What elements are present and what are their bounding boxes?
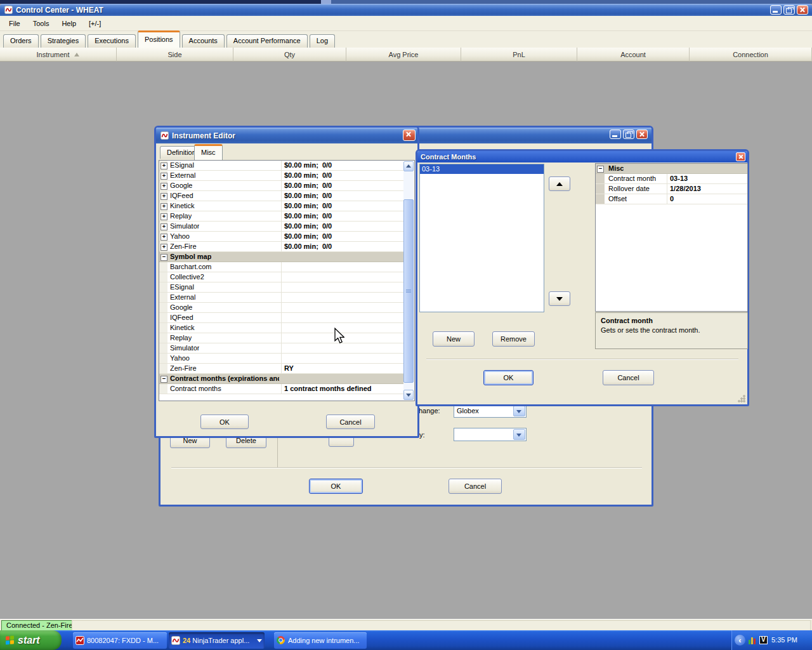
row-gutter [596,174,605,183]
minimize-button[interactable] [770,5,782,15]
property-row[interactable]: Yahoo [159,354,404,364]
scrollbar-thumb[interactable] [403,199,414,383]
property-row[interactable]: +Yahoo$0.00 min; 0/0 [159,232,404,242]
property-row[interactable]: +Google$0.00 min; 0/0 [159,181,404,191]
property-row[interactable]: Rollover date1/28/2013 [596,184,747,194]
trading-app-tray-icon[interactable] [749,636,757,644]
restore-button[interactable] [783,5,795,15]
property-row[interactable]: Offset0 [596,194,747,204]
property-row[interactable]: Contract month03-13 [596,174,747,184]
cancel-button[interactable]: Cancel [603,370,654,385]
property-row[interactable]: External [159,293,404,303]
chevron-down-icon[interactable] [513,429,525,440]
menu-item[interactable]: [+/-] [89,20,101,27]
column-header-connection[interactable]: Connection [690,48,812,62]
remove-button[interactable]: Remove [492,331,535,347]
chevron-left-icon[interactable] [735,635,745,646]
cancel-button[interactable]: Cancel [449,479,502,494]
property-row[interactable]: Barchart.com [159,262,404,272]
property-row[interactable]: +IQFeed$0.00 min; 0/0 [159,191,404,201]
tab-executions[interactable]: Executions [88,34,136,48]
expand-icon[interactable]: + [160,234,167,241]
column-header-pnl[interactable]: PnL [461,48,577,62]
cancel-button[interactable]: Cancel [326,415,375,429]
property-row[interactable]: +Replay$0.00 min; 0/0 [159,211,404,222]
contract-months-titlebar[interactable]: Contract Months [417,151,747,162]
ok-button[interactable]: OK [483,370,534,385]
ok-button[interactable]: OK [200,415,249,429]
collapse-icon[interactable]: − [160,376,167,383]
close-button[interactable] [403,129,416,141]
expand-icon[interactable]: + [160,183,167,190]
expand-icon[interactable]: + [160,162,167,169]
field2-dropdown[interactable] [454,428,527,441]
property-row[interactable]: +Simulator$0.00 min; 0/0 [159,222,404,232]
expand-icon[interactable]: + [160,244,167,251]
minimize-button[interactable] [610,129,621,139]
tab-accounts[interactable]: Accounts [182,34,225,48]
menu-tools[interactable]: Tools [33,20,49,27]
move-up-button[interactable] [549,176,570,191]
tab-log[interactable]: Log [310,34,335,48]
tab-account-performance[interactable]: Account Performance [226,34,308,48]
exchange-dropdown[interactable]: Globex [454,404,527,418]
property-row[interactable]: Kinetick [159,323,404,333]
expand-icon[interactable]: + [160,173,167,180]
taskbar-task-ninjatrader-appl[interactable]: 24NinjaTrader appl... [169,632,265,649]
taskbar-task-adding-new-intrumen[interactable]: Adding new intrumen... [274,632,367,649]
taskbar-task-80082047-fxdd-m[interactable]: 80082047: FXDD - M... [73,632,167,649]
property-row[interactable]: +ESignal$0.00 min; 0/0 [159,161,404,171]
property-row[interactable]: ESignal [159,282,404,293]
menu-help[interactable]: Help [62,20,76,27]
column-header-qty[interactable]: Qty [233,48,346,62]
category-row[interactable]: −Symbol map [159,252,404,262]
property-row[interactable]: +Zen-Fire$0.00 min; 0/0 [159,242,404,252]
resize-grip[interactable] [738,395,745,402]
property-row[interactable]: +Kinetick$0.00 min; 0/0 [159,201,404,211]
move-down-button[interactable] [549,291,570,306]
collapse-icon[interactable]: − [597,166,604,173]
maximize-button[interactable] [623,129,634,139]
tab-misc[interactable]: Misc [194,144,223,160]
tab-orders[interactable]: Orders [3,34,39,48]
control-center-titlebar[interactable]: Control Center - WHEAT [0,4,812,16]
expand-icon[interactable]: + [160,203,167,210]
expand-icon[interactable]: + [160,193,167,200]
close-button[interactable] [736,152,745,161]
property-row[interactable]: Google [159,303,404,313]
property-row[interactable]: Replay [159,333,404,343]
tab-label: Accounts [189,37,218,44]
scroll-up-icon[interactable] [403,161,414,171]
menu-file[interactable]: File [9,20,20,27]
collapse-icon[interactable]: − [160,254,167,261]
property-row[interactable]: Simulator [159,343,404,354]
scroll-down-icon[interactable] [403,390,414,400]
v-checkered-tray-icon[interactable] [759,636,768,644]
contract-months-list[interactable]: 03-13 [419,164,544,312]
property-row[interactable]: IQFeed [159,313,404,323]
expand-icon[interactable]: + [160,223,167,230]
column-header-side[interactable]: Side [117,48,233,62]
property-row[interactable]: Contract months1 contract months defined [159,384,404,394]
vertical-scrollbar[interactable] [403,161,414,400]
column-header-account[interactable]: Account [577,48,690,62]
contract-month-list-item[interactable]: 03-13 [420,164,544,174]
expand-icon[interactable]: + [160,213,167,220]
tab-positions[interactable]: Positions [138,30,180,48]
tab-strategies[interactable]: Strategies [41,34,86,48]
property-row[interactable]: Zen-FireRY [159,364,404,374]
ok-button[interactable]: OK [309,479,363,494]
column-header-avg-price[interactable]: Avg Price [346,48,461,62]
column-header-instrument[interactable]: Instrument [0,48,117,62]
property-row[interactable]: Collective2 [159,272,404,282]
instrument-editor-titlebar[interactable]: Instrument Editor [156,128,417,143]
chevron-down-icon[interactable] [513,406,525,416]
property-row[interactable]: +External$0.00 min; 0/0 [159,171,404,181]
task-group-arrow-icon[interactable] [257,639,262,642]
category-row[interactable]: −Contract months (expirations and [159,374,404,384]
start-button[interactable]: start [0,630,62,650]
close-button[interactable] [797,5,808,15]
new-button[interactable]: New [433,331,475,347]
category-row[interactable]: −Misc [596,164,747,174]
close-button[interactable] [636,129,648,139]
